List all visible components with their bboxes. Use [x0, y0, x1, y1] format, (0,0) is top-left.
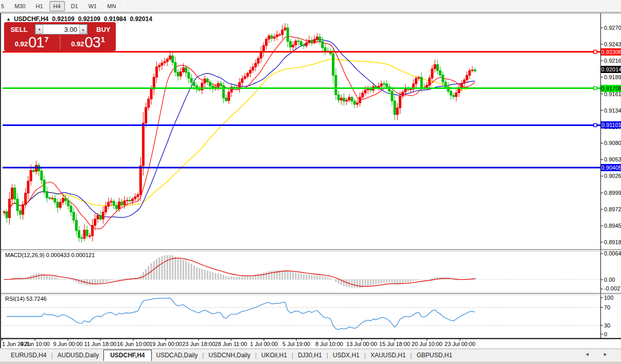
chart-tab-USDCAD,Daily[interactable]: USDCAD,Daily [152, 350, 203, 361]
timeframe-button-5[interactable]: 5 [0, 1, 8, 11]
price-tick-label: 0.92430 [604, 41, 621, 47]
chart-tab-AUDUSD,Daily[interactable]: AUDUSD,Daily [52, 350, 103, 361]
rsi-axis-label: 70 [604, 304, 621, 311]
date-axis-label: 8 Jul 10:00 [315, 341, 343, 347]
slow-ma [4, 59, 475, 215]
timeframe-button-H4[interactable]: H4 [49, 1, 65, 11]
price-tick-label: 0.90535 [604, 156, 621, 162]
price-tick-label: 0.89990 [604, 190, 621, 196]
rsi-indicator-label: RSI(14) 53.7246 [5, 296, 47, 302]
macd-axis-label: 0.00 [604, 277, 621, 283]
date-axis-label: 1 Jul 00:00 [250, 341, 278, 347]
horizontal-line-objects[interactable] [3, 50, 600, 168]
price-line-badge: 0.91708 [601, 85, 621, 92]
macd-axis-label: 0.006413 [604, 250, 621, 257]
timeframe-button-D1[interactable]: D1 [67, 1, 82, 11]
hline-handle-icon[interactable] [594, 50, 597, 53]
price-tick-label: 0.90265 [604, 173, 621, 179]
price-tick-label: 0.89450 [604, 223, 621, 229]
price-line-badge: 0.91101 [601, 121, 621, 129]
chart-tab-UKOil,H1[interactable]: UKOil,H1 [257, 350, 292, 361]
volume-spinner: ▼ ▲ [35, 24, 87, 34]
panel-borders [1, 13, 621, 341]
ohlc-low: 0.91984 [104, 15, 126, 23]
window-bottom-edge [0, 361, 621, 364]
buy-price-sup: 1 [101, 35, 105, 44]
macd-signal-line [4, 258, 475, 286]
volume-down-icon[interactable]: ▼ [36, 25, 43, 34]
date-axis-label: 23 Jul 00:00 [445, 341, 475, 347]
chart-tab-USDCNH,Daily[interactable]: USDCNH,Daily [204, 350, 255, 361]
macd-indicator-label: MACD(12,26,9) 0.000433 0.000121 [5, 252, 95, 258]
mt4-window: 5M30H1H4D1W1MN ▲USDCHF,H40.921090.921090… [0, 0, 621, 364]
chart-window: ▲USDCHF,H40.921090.921090.919840.92014 S… [0, 13, 621, 348]
chart-tab-USDX,H1[interactable]: USDX,H1 [328, 350, 364, 361]
macd-histogram [3, 255, 600, 288]
chart-tab-DJ30,H1[interactable]: DJ30,H1 [293, 350, 327, 361]
moving-averages [4, 37, 475, 229]
date-axis-label: 11 Jun 18:00 [84, 341, 117, 347]
price-tick-label: 0.91890 [604, 74, 621, 80]
date-axis-label: 5 Jul 19:00 [282, 341, 310, 347]
collapse-triangle-icon[interactable]: ▲ [6, 16, 11, 22]
price-line-badge: 0.90405 [601, 164, 621, 171]
ohlc-high: 0.92109 [78, 15, 100, 23]
price-tick-label: 0.90805 [604, 140, 621, 146]
buy-price-display[interactable]: 0.92 03 1 [61, 35, 116, 50]
chart-tab-GBPUSD,H1[interactable]: GBPUSD,H1 [412, 350, 457, 361]
sell-price-big: 01 [28, 35, 44, 49]
symbol-tab-bar: EURUSD,H4|AUDUSD,DailyUSDCHF,H4USDCAD,Da… [0, 349, 621, 361]
timeframe-toolbar: 5M30H1H4D1W1MN [0, 0, 621, 12]
ohlc-open: 0.92109 [52, 15, 74, 23]
timeframe-button-M30[interactable]: M30 [10, 1, 29, 11]
one-click-trading-widget: SELL ▼ ▲ BUY 0.92 01 7 0.92 03 1 [4, 22, 116, 51]
timeframe-button-W1[interactable]: W1 [84, 1, 101, 11]
candles [3, 23, 476, 243]
fast-ma [4, 37, 475, 229]
rsi-line [7, 298, 475, 330]
price-line-badge: 0.92306 [601, 48, 621, 56]
buy-price-prefix: 0.92 [71, 40, 84, 48]
chart-tab-USDCHF,H4[interactable]: USDCHF,H4 [103, 350, 151, 361]
sell-price-prefix: 0.92 [15, 40, 28, 48]
hline-handle-icon[interactable] [594, 123, 597, 126]
price-tick-label: 0.92160 [604, 58, 621, 64]
date-axis-label: 23 Jun 18:00 [182, 341, 215, 347]
price-tick-label: 0.91345 [604, 107, 621, 114]
hline-handle-icon[interactable] [594, 87, 597, 90]
timeframe-button-MN[interactable]: MN [103, 1, 120, 11]
price-chart-canvas [1, 13, 621, 349]
price-tick-label: 0.89720 [604, 206, 621, 212]
date-axis-label: 15 Jul 18:00 [379, 341, 410, 347]
date-axis-label: 9 Jun 00:00 [53, 341, 83, 347]
sell-button[interactable]: SELL [4, 26, 34, 33]
price-tick-label: 0.89180 [604, 239, 621, 245]
chart-tab-XAUUSD,H1[interactable]: XAUUSD,H1 [366, 350, 411, 361]
date-axis-label: 28 Jun 11:00 [215, 341, 247, 347]
date-axis-label: 4 Jun 10:00 [20, 341, 50, 347]
toolbar-separator [124, 2, 125, 11]
volume-up-icon[interactable]: ▲ [79, 25, 87, 34]
rsi-axis-label: 0 [604, 331, 621, 337]
sell-price-display[interactable]: 0.92 01 7 [4, 35, 61, 50]
mid-ma [4, 40, 475, 218]
rsi-panel-lines [3, 298, 600, 330]
date-axis-label: 16 Jun 10:00 [117, 341, 150, 347]
date-axis-label: 19 Jun 00:00 [149, 341, 182, 347]
buy-price-big: 03 [85, 35, 100, 49]
chart-ohlc-title: ▲USDCHF,H40.921090.921090.919840.92014 [6, 15, 152, 23]
sell-price-sup: 7 [44, 35, 48, 44]
tab-scroll-arrows[interactable]: ◄ ► [585, 352, 614, 357]
date-axis-label: 20 Jul 10:00 [412, 341, 442, 347]
date-axis-label: 13 Jul 00:00 [346, 341, 377, 347]
price-tick-label: 0.92700 [604, 25, 621, 31]
rsi-axis-label: 30 [604, 322, 621, 329]
chart-tab-EURUSD,H4[interactable]: EURUSD,H4 [6, 350, 51, 361]
macd-axis-label: -0.002728 [604, 285, 621, 292]
volume-input[interactable] [43, 25, 79, 34]
current-price-badge: 0.92014 [601, 66, 621, 73]
timeframe-button-H1[interactable]: H1 [32, 1, 47, 11]
buy-button[interactable]: BUY [88, 26, 118, 33]
rsi-axis-label: 100 [604, 295, 621, 301]
chart-symbol-period: USDCHF,H4 [14, 15, 48, 23]
